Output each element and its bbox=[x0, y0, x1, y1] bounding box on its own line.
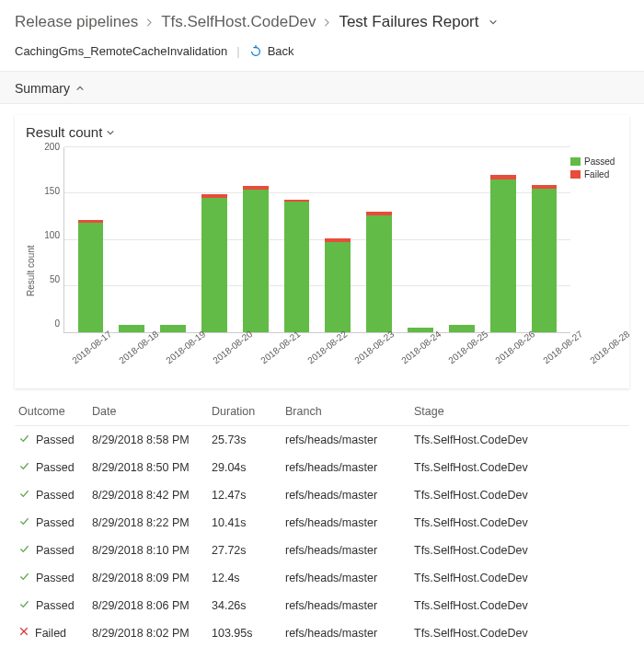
outcome-label: Passed bbox=[36, 516, 75, 529]
table-row[interactable]: Failed8/29/2018 8:02 PM103.95srefs/heads… bbox=[15, 619, 629, 646]
chart-title-label: Result count bbox=[26, 124, 102, 140]
bar-slot[interactable] bbox=[441, 147, 482, 332]
bar-segment-passed bbox=[325, 242, 351, 332]
bar-slot[interactable] bbox=[400, 147, 442, 332]
bar-slot[interactable] bbox=[111, 147, 153, 332]
stage-cell: Tfs.SelfHost.CodeDev bbox=[410, 564, 629, 592]
bar-slot[interactable] bbox=[153, 147, 194, 332]
chevron-down-icon bbox=[106, 124, 115, 140]
subheader: CachingGms_RemoteCacheInvalidation | Bac… bbox=[0, 37, 644, 71]
y-tick: 150 bbox=[36, 187, 60, 196]
check-icon bbox=[18, 460, 30, 475]
outcome-label: Passed bbox=[36, 461, 75, 474]
date-cell: 8/29/2018 8:10 PM bbox=[88, 537, 208, 564]
col-stage[interactable]: Stage bbox=[410, 398, 629, 426]
bar-segment-passed bbox=[449, 325, 475, 332]
duration-cell: 25.73s bbox=[208, 426, 282, 455]
duration-cell: 29.04s bbox=[208, 454, 282, 481]
branch-cell: refs/heads/master bbox=[282, 481, 410, 509]
chevron-down-icon[interactable] bbox=[489, 13, 498, 31]
table-row[interactable]: Passed8/29/2018 8:22 PM10.41srefs/heads/… bbox=[15, 509, 629, 537]
chart-title-dropdown[interactable]: Result count bbox=[26, 124, 618, 140]
branch-cell: refs/heads/master bbox=[282, 426, 410, 455]
table-row[interactable]: Passed8/29/2018 8:42 PM12.47srefs/heads/… bbox=[15, 481, 629, 509]
bar-segment-passed bbox=[78, 223, 104, 332]
check-icon bbox=[18, 488, 30, 503]
bar-slot[interactable] bbox=[193, 147, 235, 332]
bar-slot[interactable] bbox=[70, 147, 111, 332]
y-tick: 50 bbox=[36, 275, 60, 284]
table-row[interactable]: Passed8/29/2018 8:06 PM34.26srefs/heads/… bbox=[15, 592, 629, 619]
bar-segment-passed bbox=[532, 189, 558, 332]
bar-slot[interactable] bbox=[276, 147, 317, 332]
chevron-up-icon bbox=[75, 81, 85, 96]
table-row[interactable]: Passed8/29/2018 8:10 PM27.72srefs/heads/… bbox=[15, 537, 629, 564]
table-row[interactable]: Passed8/29/2018 8:50 PM29.04srefs/heads/… bbox=[15, 454, 629, 481]
y-tick: 0 bbox=[36, 319, 60, 329]
results-table: Outcome Date Duration Branch Stage Passe… bbox=[15, 398, 629, 646]
date-cell: 8/29/2018 8:58 PM bbox=[88, 426, 208, 455]
date-cell: 8/29/2018 8:09 PM bbox=[88, 564, 208, 592]
y-axis-label: Result count bbox=[26, 142, 36, 381]
bar-segment-passed bbox=[160, 325, 186, 332]
legend-failed-label: Failed bbox=[584, 169, 609, 179]
bar-segment-passed bbox=[243, 190, 269, 332]
y-tick: 200 bbox=[36, 143, 60, 152]
failed-swatch-icon bbox=[570, 170, 581, 179]
date-cell: 8/29/2018 8:06 PM bbox=[88, 592, 208, 619]
chevron-right-icon bbox=[323, 18, 331, 27]
table-row[interactable]: Passed8/29/2018 8:58 PM25.73srefs/heads/… bbox=[15, 426, 629, 455]
breadcrumb-report[interactable]: Test Failures Report bbox=[339, 13, 478, 31]
bar-slot[interactable] bbox=[359, 147, 400, 332]
branch-cell: refs/heads/master bbox=[282, 454, 410, 481]
branch-cell: refs/heads/master bbox=[282, 509, 410, 537]
outcome-label: Failed bbox=[35, 627, 66, 640]
bar-slot[interactable] bbox=[317, 147, 359, 332]
bar-segment-passed bbox=[408, 328, 433, 332]
back-button[interactable]: Back bbox=[249, 44, 294, 58]
col-duration[interactable]: Duration bbox=[208, 398, 282, 426]
branch-cell: refs/heads/master bbox=[282, 564, 410, 592]
bar-segment-passed bbox=[490, 179, 516, 332]
stage-cell: Tfs.SelfHost.CodeDev bbox=[410, 481, 629, 509]
outcome-label: Passed bbox=[36, 489, 75, 502]
duration-cell: 10.41s bbox=[208, 509, 282, 537]
stage-cell: Tfs.SelfHost.CodeDev bbox=[410, 592, 629, 619]
check-icon bbox=[18, 598, 30, 613]
back-arrow-icon bbox=[249, 45, 262, 58]
date-cell: 8/29/2018 8:50 PM bbox=[88, 454, 208, 481]
breadcrumb-root[interactable]: Release pipelines bbox=[15, 13, 138, 31]
stage-cell: Tfs.SelfHost.CodeDev bbox=[410, 454, 629, 481]
stage-cell: Tfs.SelfHost.CodeDev bbox=[410, 426, 629, 455]
test-name: CachingGms_RemoteCacheInvalidation bbox=[15, 44, 227, 58]
chart-plot-area bbox=[63, 147, 570, 333]
branch-cell: refs/heads/master bbox=[282, 592, 410, 619]
bar-slot[interactable] bbox=[482, 147, 523, 332]
passed-swatch-icon bbox=[570, 157, 581, 166]
col-branch[interactable]: Branch bbox=[282, 398, 410, 426]
date-cell: 8/29/2018 8:42 PM bbox=[88, 481, 208, 509]
stage-cell: Tfs.SelfHost.CodeDev bbox=[410, 537, 629, 564]
outcome-label: Passed bbox=[36, 572, 75, 584]
breadcrumb-pipeline[interactable]: Tfs.SelfHost.CodeDev bbox=[161, 13, 316, 31]
bar-slot[interactable] bbox=[523, 147, 565, 332]
outcome-label: Passed bbox=[36, 434, 75, 446]
bar-segment-passed bbox=[284, 202, 310, 332]
chevron-right-icon bbox=[145, 18, 154, 27]
check-icon bbox=[18, 571, 30, 585]
bar-segment-passed bbox=[366, 215, 392, 332]
table-row[interactable]: Passed8/29/2018 8:09 PM12.4srefs/heads/m… bbox=[15, 564, 629, 592]
duration-cell: 12.4s bbox=[208, 564, 282, 592]
check-icon bbox=[18, 543, 30, 558]
breadcrumb: Release pipelines Tfs.SelfHost.CodeDev T… bbox=[0, 0, 644, 37]
summary-label: Summary bbox=[15, 81, 70, 96]
col-date[interactable]: Date bbox=[88, 398, 208, 426]
duration-cell: 103.95s bbox=[208, 619, 282, 646]
col-outcome[interactable]: Outcome bbox=[15, 398, 88, 426]
y-tick: 100 bbox=[36, 231, 60, 240]
bar-segment-passed bbox=[119, 325, 144, 332]
outcome-label: Passed bbox=[36, 544, 75, 557]
summary-toggle[interactable]: Summary bbox=[0, 71, 644, 104]
duration-cell: 12.47s bbox=[208, 481, 282, 509]
bar-slot[interactable] bbox=[235, 147, 276, 332]
